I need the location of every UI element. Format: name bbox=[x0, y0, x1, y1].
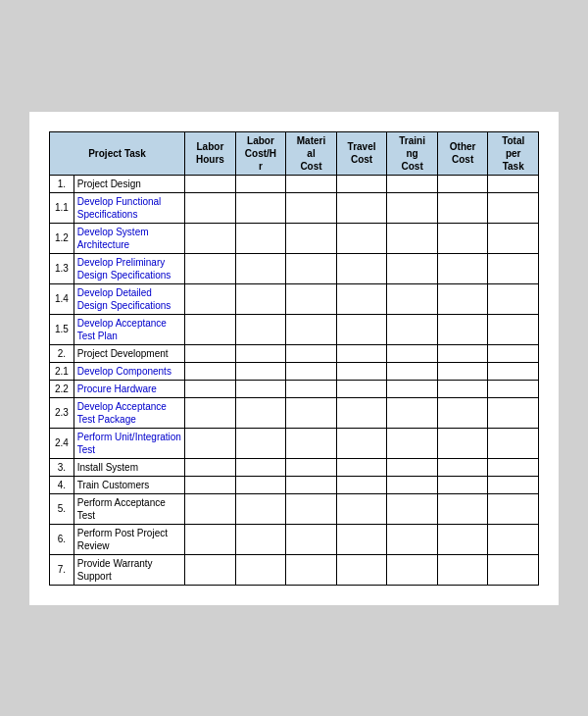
data-cell[interactable] bbox=[437, 458, 488, 476]
data-cell[interactable] bbox=[235, 458, 286, 476]
data-cell[interactable] bbox=[336, 223, 387, 253]
data-cell[interactable] bbox=[437, 493, 488, 524]
data-cell[interactable] bbox=[336, 476, 387, 493]
data-cell[interactable] bbox=[437, 192, 488, 223]
data-cell[interactable] bbox=[185, 397, 236, 428]
data-cell[interactable] bbox=[488, 428, 539, 458]
data-cell[interactable] bbox=[185, 524, 236, 554]
data-cell[interactable] bbox=[235, 283, 286, 314]
data-cell[interactable] bbox=[488, 175, 539, 192]
data-cell[interactable] bbox=[488, 283, 539, 314]
data-cell[interactable] bbox=[185, 223, 236, 253]
data-cell[interactable] bbox=[286, 175, 337, 192]
data-cell[interactable] bbox=[286, 554, 337, 585]
data-cell[interactable] bbox=[488, 344, 539, 362]
data-cell[interactable] bbox=[336, 362, 387, 380]
data-cell[interactable] bbox=[185, 362, 236, 380]
data-cell[interactable] bbox=[235, 175, 286, 192]
data-cell[interactable] bbox=[437, 554, 488, 585]
data-cell[interactable] bbox=[185, 458, 236, 476]
data-cell[interactable] bbox=[286, 476, 337, 493]
data-cell[interactable] bbox=[185, 283, 236, 314]
data-cell[interactable] bbox=[437, 223, 488, 253]
data-cell[interactable] bbox=[235, 397, 286, 428]
data-cell[interactable] bbox=[185, 253, 236, 283]
data-cell[interactable] bbox=[336, 493, 387, 524]
data-cell[interactable] bbox=[235, 493, 286, 524]
data-cell[interactable] bbox=[387, 314, 438, 344]
data-cell[interactable] bbox=[235, 314, 286, 344]
data-cell[interactable] bbox=[286, 428, 337, 458]
data-cell[interactable] bbox=[387, 253, 438, 283]
data-cell[interactable] bbox=[336, 283, 387, 314]
data-cell[interactable] bbox=[286, 314, 337, 344]
data-cell[interactable] bbox=[488, 493, 539, 524]
data-cell[interactable] bbox=[336, 428, 387, 458]
data-cell[interactable] bbox=[286, 223, 337, 253]
data-cell[interactable] bbox=[488, 476, 539, 493]
data-cell[interactable] bbox=[488, 314, 539, 344]
data-cell[interactable] bbox=[488, 192, 539, 223]
data-cell[interactable] bbox=[488, 380, 539, 397]
data-cell[interactable] bbox=[286, 524, 337, 554]
data-cell[interactable] bbox=[286, 344, 337, 362]
data-cell[interactable] bbox=[235, 476, 286, 493]
data-cell[interactable] bbox=[185, 192, 236, 223]
data-cell[interactable] bbox=[387, 223, 438, 253]
data-cell[interactable] bbox=[437, 362, 488, 380]
data-cell[interactable] bbox=[336, 554, 387, 585]
data-cell[interactable] bbox=[488, 223, 539, 253]
data-cell[interactable] bbox=[387, 175, 438, 192]
data-cell[interactable] bbox=[235, 554, 286, 585]
data-cell[interactable] bbox=[387, 428, 438, 458]
data-cell[interactable] bbox=[437, 175, 488, 192]
data-cell[interactable] bbox=[437, 380, 488, 397]
data-cell[interactable] bbox=[286, 458, 337, 476]
data-cell[interactable] bbox=[235, 253, 286, 283]
data-cell[interactable] bbox=[437, 253, 488, 283]
data-cell[interactable] bbox=[336, 314, 387, 344]
data-cell[interactable] bbox=[387, 476, 438, 493]
data-cell[interactable] bbox=[235, 223, 286, 253]
data-cell[interactable] bbox=[488, 362, 539, 380]
data-cell[interactable] bbox=[437, 476, 488, 493]
data-cell[interactable] bbox=[185, 175, 236, 192]
data-cell[interactable] bbox=[286, 192, 337, 223]
data-cell[interactable] bbox=[387, 192, 438, 223]
data-cell[interactable] bbox=[387, 397, 438, 428]
data-cell[interactable] bbox=[336, 192, 387, 223]
data-cell[interactable] bbox=[185, 428, 236, 458]
data-cell[interactable] bbox=[488, 458, 539, 476]
data-cell[interactable] bbox=[336, 524, 387, 554]
data-cell[interactable] bbox=[235, 192, 286, 223]
data-cell[interactable] bbox=[437, 314, 488, 344]
data-cell[interactable] bbox=[387, 524, 438, 554]
data-cell[interactable] bbox=[387, 344, 438, 362]
data-cell[interactable] bbox=[387, 493, 438, 524]
data-cell[interactable] bbox=[235, 344, 286, 362]
data-cell[interactable] bbox=[185, 554, 236, 585]
data-cell[interactable] bbox=[437, 283, 488, 314]
data-cell[interactable] bbox=[235, 524, 286, 554]
data-cell[interactable] bbox=[488, 253, 539, 283]
data-cell[interactable] bbox=[437, 428, 488, 458]
data-cell[interactable] bbox=[437, 344, 488, 362]
data-cell[interactable] bbox=[336, 344, 387, 362]
data-cell[interactable] bbox=[185, 314, 236, 344]
data-cell[interactable] bbox=[185, 344, 236, 362]
data-cell[interactable] bbox=[185, 476, 236, 493]
data-cell[interactable] bbox=[336, 253, 387, 283]
data-cell[interactable] bbox=[286, 493, 337, 524]
data-cell[interactable] bbox=[387, 362, 438, 380]
data-cell[interactable] bbox=[235, 380, 286, 397]
data-cell[interactable] bbox=[488, 397, 539, 428]
data-cell[interactable] bbox=[286, 362, 337, 380]
data-cell[interactable] bbox=[235, 362, 286, 380]
data-cell[interactable] bbox=[286, 283, 337, 314]
data-cell[interactable] bbox=[336, 397, 387, 428]
data-cell[interactable] bbox=[336, 458, 387, 476]
data-cell[interactable] bbox=[286, 380, 337, 397]
data-cell[interactable] bbox=[437, 524, 488, 554]
data-cell[interactable] bbox=[387, 458, 438, 476]
data-cell[interactable] bbox=[336, 175, 387, 192]
